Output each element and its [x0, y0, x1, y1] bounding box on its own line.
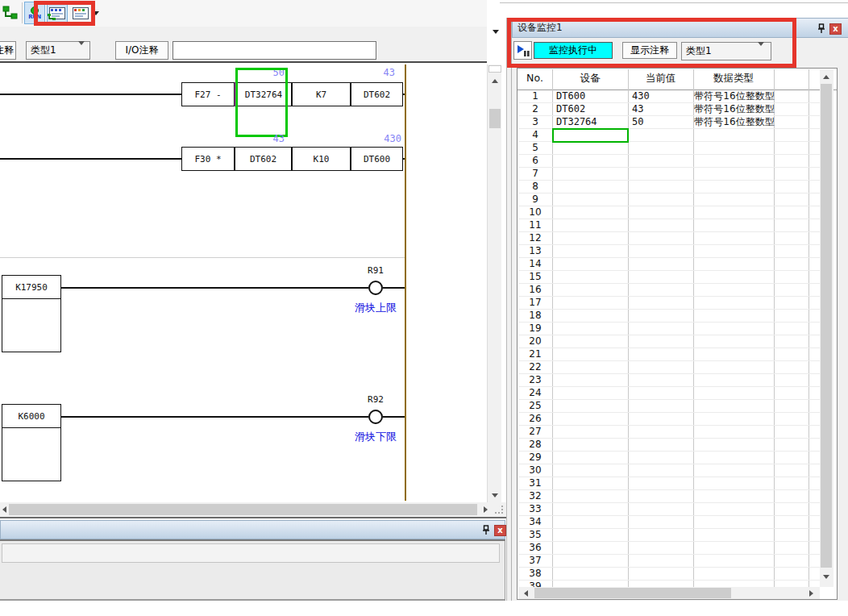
hscroll-thumb[interactable] — [534, 588, 731, 598]
table-row[interactable]: 3DT3276450带符号16位整数型 — [518, 116, 821, 129]
table-row[interactable]: 12 — [518, 232, 821, 245]
table-cell[interactable]: 5 — [518, 142, 552, 154]
table-row[interactable]: 21 — [518, 348, 821, 361]
table-row[interactable]: 18 — [518, 310, 821, 323]
pin-icon[interactable] — [481, 525, 491, 535]
ladder-box-dt600[interactable]: DT600 — [351, 147, 403, 171]
table-cell[interactable]: 11 — [518, 219, 552, 231]
close-icon[interactable]: x — [829, 23, 842, 35]
table-cell[interactable]: 34 — [518, 516, 552, 528]
table-cell[interactable]: 12 — [518, 232, 552, 244]
table-cell[interactable]: 4 — [518, 129, 552, 141]
table-cell[interactable]: 29 — [518, 452, 552, 464]
table-row[interactable]: 31 — [518, 477, 821, 490]
scroll-down-button[interactable] — [821, 571, 832, 582]
table-row[interactable]: 8 — [518, 181, 821, 194]
table-row[interactable]: 15 — [518, 271, 821, 284]
table-cell[interactable]: 24 — [518, 387, 552, 399]
table-cell[interactable]: 32 — [518, 490, 552, 502]
table-row[interactable]: 17 — [518, 297, 821, 310]
table-cell[interactable]: 6 — [518, 155, 552, 167]
scroll-up-button[interactable] — [821, 71, 832, 82]
ladder-box-dt602[interactable]: DT602 — [351, 82, 403, 106]
table-row[interactable]: 28 — [518, 439, 821, 452]
table-row[interactable]: 13 — [518, 245, 821, 258]
network-icon-button[interactable] — [1, 2, 20, 24]
table-cell[interactable]: 14 — [518, 258, 552, 270]
table-cell[interactable]: 30 — [518, 464, 552, 477]
scroll-left-button[interactable] — [520, 588, 531, 598]
io-comment-input[interactable] — [173, 41, 376, 60]
coil-r91[interactable] — [368, 281, 383, 295]
table-row[interactable]: 14 — [518, 258, 821, 271]
table-row[interactable]: 33 — [518, 503, 821, 516]
table-row[interactable]: 7 — [518, 168, 821, 181]
vscroll-thumb[interactable] — [821, 84, 832, 568]
table-cell[interactable]: 43 — [632, 103, 643, 115]
table-cell[interactable]: 17 — [518, 297, 552, 309]
table-row[interactable]: 30 — [518, 464, 821, 477]
ladder-box-k10[interactable]: K10 — [292, 147, 351, 171]
table-cell[interactable]: 10 — [518, 206, 552, 219]
table-cell[interactable]: 27 — [518, 426, 552, 438]
toolbar-overflow-caret[interactable] — [493, 30, 499, 34]
table-cell[interactable]: 430 — [632, 90, 650, 102]
scroll-right-button[interactable] — [805, 588, 817, 598]
resize-grip-icon[interactable] — [495, 506, 504, 514]
table-cell[interactable]: 26 — [518, 413, 552, 425]
ladder-contact-k17950[interactable]: K17950 — [2, 275, 61, 299]
ladder-box-dt602-2[interactable]: DT602 — [235, 147, 292, 171]
table-cell[interactable]: 19 — [518, 323, 552, 335]
monitor-window-button[interactable] — [47, 2, 68, 24]
table-row[interactable]: 39 — [518, 581, 821, 587]
comment-type-select[interactable]: 类型1 — [26, 41, 90, 60]
monitor-dropdown-caret[interactable] — [93, 11, 99, 15]
comment-button[interactable]: 注释 — [0, 41, 16, 60]
table-row[interactable]: 34 — [518, 516, 821, 529]
ladder-box-k7[interactable]: K7 — [292, 82, 351, 106]
hscroll-thumb[interactable] — [9, 504, 477, 515]
table-row[interactable]: 24 — [518, 387, 821, 400]
table-cell[interactable]: 2 — [518, 103, 552, 115]
table-cell[interactable]: 37 — [518, 555, 552, 567]
table-cell[interactable]: 25 — [518, 400, 552, 412]
table-row[interactable]: 1DT600430带符号16位整数型 — [518, 90, 821, 103]
table-row[interactable]: 29 — [518, 452, 821, 464]
table-row[interactable]: 20 — [518, 335, 821, 348]
table-cell[interactable]: 8 — [518, 181, 552, 193]
ladder-box-f27[interactable]: F27 - — [181, 82, 235, 106]
scroll-right-button[interactable] — [479, 504, 492, 515]
table-cell[interactable]: 16 — [518, 284, 552, 296]
table-cell[interactable]: DT602 — [556, 103, 585, 115]
scroll-up-button[interactable] — [489, 75, 501, 86]
table-cell[interactable]: 7 — [518, 168, 552, 180]
monitor-status-button[interactable]: 监控执行中 — [534, 42, 613, 59]
io-comment-button[interactable]: I/O注释 — [115, 41, 168, 60]
table-cell[interactable]: 带符号16位整数型 — [694, 116, 775, 128]
close-icon[interactable]: x — [494, 525, 506, 536]
table-row[interactable]: 35 — [518, 529, 821, 542]
table-row[interactable]: 16 — [518, 284, 821, 297]
table-cell[interactable]: 35 — [518, 529, 552, 541]
table-cell[interactable]: 21 — [518, 348, 552, 360]
table-cell[interactable]: 50 — [632, 116, 643, 128]
vscroll-thumb[interactable] — [489, 109, 501, 128]
ladder-hscrollbar[interactable] — [0, 502, 506, 517]
table-cell[interactable]: 9 — [518, 194, 552, 206]
table-row[interactable]: 11 — [518, 219, 821, 232]
pin-icon[interactable] — [817, 23, 826, 34]
table-row[interactable]: 22 — [518, 361, 821, 374]
table-row[interactable]: 5 — [518, 142, 821, 155]
table-cell[interactable]: 31 — [518, 477, 552, 489]
table-cell[interactable]: DT600 — [556, 90, 585, 102]
table-cell[interactable]: 20 — [518, 335, 552, 348]
table-row[interactable]: 37 — [518, 555, 821, 568]
table-cell[interactable]: DT32764 — [556, 116, 597, 128]
ladder-box-f30[interactable]: F30 * — [181, 147, 235, 171]
run-mode-button[interactable]: RUN — [24, 2, 45, 24]
ladder-vscrollbar[interactable] — [487, 65, 501, 502]
scrollbar-split-box[interactable] — [488, 65, 501, 73]
table-row[interactable]: 2DT60243带符号16位整数型 — [518, 103, 821, 116]
table-cell[interactable]: 33 — [518, 503, 552, 515]
table-cell[interactable]: 28 — [518, 439, 552, 451]
